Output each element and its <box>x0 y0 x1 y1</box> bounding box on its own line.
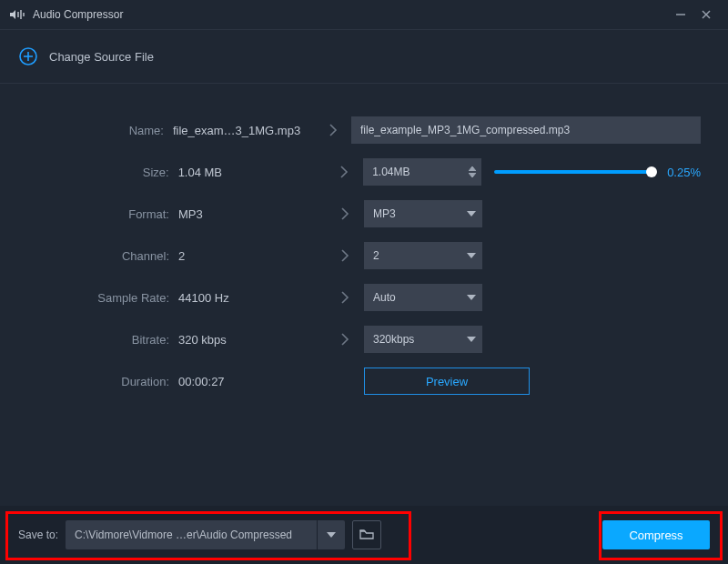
chevron-down-icon <box>460 253 482 258</box>
close-button[interactable] <box>693 2 719 27</box>
source-bitrate: 320 kbps <box>169 333 326 347</box>
arrow-icon <box>326 290 364 305</box>
select-value: 2 <box>364 249 460 262</box>
output-name-input[interactable] <box>351 116 701 144</box>
chevron-down-icon <box>460 337 482 342</box>
spinner-arrows-icon[interactable] <box>463 166 481 177</box>
save-path-dropdown[interactable] <box>318 532 345 538</box>
output-size-spinner[interactable]: 1.04MB <box>363 158 481 186</box>
select-value: MP3 <box>364 207 460 220</box>
source-channel: 2 <box>169 249 326 263</box>
svg-marker-13 <box>467 295 476 300</box>
size-slider[interactable] <box>494 170 654 174</box>
row-name: Name: file_exam…3_1MG.mp3 <box>27 109 701 151</box>
save-to-label: Save to: <box>18 529 58 541</box>
change-source-label: Change Source File <box>49 50 154 64</box>
label-size: Size: <box>27 166 169 179</box>
compress-button[interactable]: Compress <box>602 520 710 549</box>
output-format-select[interactable]: MP3 <box>364 200 482 227</box>
minimize-button[interactable] <box>668 2 693 27</box>
output-sample-rate-select[interactable]: Auto <box>364 284 482 311</box>
source-size: 1.04 MB <box>169 166 326 179</box>
label-format: Format: <box>27 207 169 221</box>
output-bitrate-select[interactable]: 320kbps <box>364 326 482 353</box>
save-path-text: C:\Vidmore\Vidmore …er\Audio Compressed <box>66 529 317 541</box>
label-bitrate: Bitrate: <box>27 333 169 347</box>
slider-thumb[interactable] <box>646 166 657 177</box>
save-path-box: C:\Vidmore\Vidmore …er\Audio Compressed <box>66 520 345 549</box>
arrow-icon <box>326 206 364 221</box>
arrow-icon <box>325 165 363 179</box>
source-name: file_exam…3_1MG.mp3 <box>164 124 315 137</box>
svg-marker-15 <box>327 532 336 538</box>
arrow-icon <box>315 123 351 137</box>
row-channel: Channel: 2 2 <box>27 235 701 277</box>
svg-marker-12 <box>467 253 476 258</box>
title-bar: Audio Compressor <box>0 0 728 29</box>
app-icon <box>9 8 25 21</box>
chevron-down-icon <box>460 295 482 300</box>
select-value: Auto <box>364 291 460 304</box>
label-channel: Channel: <box>27 249 169 263</box>
output-size-value: 1.04MB <box>363 166 463 178</box>
output-channel-select[interactable]: 2 <box>364 242 482 269</box>
bottom-bar: Save to: C:\Vidmore\Vidmore …er\Audio Co… <box>0 506 728 564</box>
plus-circle-icon <box>18 46 38 66</box>
row-bitrate: Bitrate: 320 kbps 320kbps <box>27 318 701 360</box>
row-format: Format: MP3 MP3 <box>27 193 701 235</box>
arrow-icon <box>326 332 364 347</box>
select-value: 320kbps <box>364 333 460 346</box>
svg-marker-9 <box>469 166 476 171</box>
change-source-row[interactable]: Change Source File <box>0 30 728 83</box>
label-duration: Duration: <box>27 375 169 388</box>
row-duration: Duration: 00:00:27 Preview <box>27 360 701 402</box>
settings-form: Name: file_exam…3_1MG.mp3 Size: 1.04 MB … <box>0 84 728 402</box>
row-size: Size: 1.04 MB 1.04MB 0.25% <box>27 151 701 193</box>
arrow-icon <box>326 248 364 263</box>
label-sample-rate: Sample Rate: <box>27 291 169 305</box>
chevron-down-icon <box>460 211 482 217</box>
window-title: Audio Compressor <box>33 8 123 21</box>
size-slider-label: 0.25% <box>667 166 701 179</box>
svg-marker-14 <box>467 337 476 342</box>
open-folder-button[interactable] <box>352 520 381 549</box>
source-duration: 00:00:27 <box>169 375 326 388</box>
svg-marker-11 <box>467 211 476 217</box>
label-name: Name: <box>27 124 164 137</box>
source-sample-rate: 44100 Hz <box>169 291 326 305</box>
folder-icon <box>359 527 374 543</box>
source-format: MP3 <box>169 207 326 221</box>
svg-marker-10 <box>469 173 476 177</box>
preview-button[interactable]: Preview <box>364 368 530 395</box>
row-sample-rate: Sample Rate: 44100 Hz Auto <box>27 277 701 318</box>
